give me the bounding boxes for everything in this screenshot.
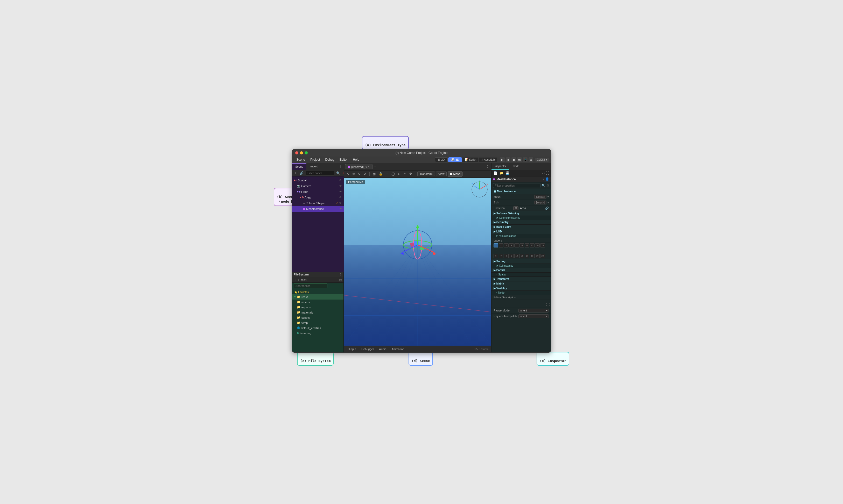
section-visibility[interactable]: ▶ Visibility xyxy=(491,286,551,291)
fs-item-materials[interactable]: 📁 materials xyxy=(292,310,343,315)
layer-18[interactable]: 18 xyxy=(530,254,535,258)
view-menu-btn[interactable]: View xyxy=(436,172,447,176)
section-portals[interactable]: ▶ Portals xyxy=(491,268,551,273)
debug-btn-2[interactable]: 🖥 xyxy=(528,157,533,162)
tab-assetlib[interactable]: ⬇ AssetLib xyxy=(479,158,497,162)
menu-project[interactable]: Project xyxy=(308,157,322,162)
skeleton-link-btn[interactable]: 🔗 xyxy=(545,206,549,210)
minimize-button[interactable] xyxy=(300,151,303,155)
layer-16[interactable]: 16 xyxy=(519,254,524,258)
add-node-btn[interactable]: + xyxy=(294,171,298,176)
light-btn[interactable]: ⊙ xyxy=(397,172,401,176)
scale-tool-btn[interactable]: ⟳ xyxy=(363,172,367,176)
section-baked-light[interactable]: ▶ Baked Light xyxy=(491,225,551,229)
menu-editor[interactable]: Editor xyxy=(338,157,350,162)
move-tool-btn[interactable]: ⊕ xyxy=(351,172,356,176)
step-button[interactable]: ⏭ xyxy=(517,157,522,162)
play-button[interactable]: ▶ xyxy=(500,157,505,162)
expand-viewport-btn[interactable]: ⛶ xyxy=(487,165,490,168)
layer-10[interactable]: 10 xyxy=(514,254,519,258)
layer-1[interactable]: 1 xyxy=(494,243,498,248)
tab-3d[interactable]: 🎲 3D xyxy=(448,157,462,162)
insp-open-btn[interactable]: 📁 xyxy=(499,171,504,176)
snap-btn[interactable]: ⊞ xyxy=(385,172,389,176)
layer-6[interactable]: 6 xyxy=(494,254,498,258)
section-sorting[interactable]: ▶ Sorting xyxy=(491,259,551,264)
section-lod[interactable]: ▶ LOD xyxy=(491,229,551,234)
scene-panel-menu[interactable]: ⋮ xyxy=(338,164,344,168)
section-meshinstance[interactable]: ◼ MeshInstance xyxy=(491,189,551,194)
layer-13[interactable]: 13 xyxy=(530,243,535,248)
audio-tab[interactable]: Audio xyxy=(378,347,387,351)
node-area[interactable]: ▾⊕ Area 👁 xyxy=(292,195,344,200)
layer-dots[interactable]: ··· xyxy=(494,248,498,252)
search-nodes-btn[interactable]: 🔍 xyxy=(335,171,341,176)
grid-btn[interactable]: ▦ xyxy=(372,172,377,176)
extra-btn[interactable]: ✤ xyxy=(408,172,413,176)
section-software-skinning[interactable]: ▶ Software Skinning xyxy=(491,211,551,216)
transform-menu-btn[interactable]: Transform xyxy=(417,172,435,176)
lock-btn[interactable]: 🔒 xyxy=(378,172,384,176)
scene-tab-close-btn[interactable]: ✕ xyxy=(367,165,370,168)
fs-item-assets[interactable]: 📁 assets xyxy=(292,300,343,305)
filter-nodes-input[interactable] xyxy=(306,171,334,176)
node-camera[interactable]: 📷 Camera 👁 xyxy=(292,183,344,189)
menu-scene[interactable]: Scene xyxy=(294,157,307,162)
fs-item-scripts[interactable]: 📁 scripts xyxy=(292,315,343,320)
stop-button[interactable]: ⏹ xyxy=(512,157,516,162)
layer-4[interactable]: 4 xyxy=(509,243,514,248)
layer-5[interactable]: 5 xyxy=(514,243,519,248)
fs-item-temp[interactable]: 📁 temp xyxy=(292,320,343,325)
layer-12[interactable]: 12 xyxy=(525,243,530,248)
skeleton-icon-btn[interactable]: ⊞ xyxy=(513,206,518,210)
layer-7[interactable]: 7 xyxy=(499,254,503,258)
tab-2d[interactable]: 🖥 2D xyxy=(435,157,448,162)
node-mesh-vis[interactable]: 👁 xyxy=(339,207,342,210)
node-meshinstance[interactable]: ◼ MeshInstance 👁 xyxy=(292,206,344,212)
inspector-tab-inspector[interactable]: Inspector xyxy=(491,163,509,170)
layer-15[interactable]: 15 xyxy=(540,243,545,248)
gles-badge[interactable]: GLES3 ▾ xyxy=(535,158,549,162)
fs-menu-btn[interactable]: ⋮ xyxy=(339,273,342,276)
insp-class-dropdown[interactable]: ▾ xyxy=(542,178,544,181)
layer-14[interactable]: 14 xyxy=(535,243,540,248)
menu-help[interactable]: Help xyxy=(351,157,361,162)
insp-filter-input[interactable] xyxy=(493,183,540,188)
fs-layout-btn[interactable]: ▦ xyxy=(339,278,342,282)
mesh-dropdown-btn[interactable]: ▾ xyxy=(548,195,549,198)
add-scene-tab-btn[interactable]: + xyxy=(373,164,377,169)
output-tab[interactable]: Output xyxy=(346,347,357,351)
link-node-btn[interactable]: 🔗 xyxy=(299,171,305,176)
filter-options-icon[interactable]: ⚙ xyxy=(546,184,549,187)
tab-script[interactable]: 📝 Script xyxy=(463,158,478,162)
section-geometry[interactable]: ▶ Geometry xyxy=(491,220,551,225)
node-floor-vis[interactable]: 👁 xyxy=(339,190,342,193)
fx-btn[interactable]: ✦ xyxy=(402,172,407,176)
layer-8[interactable]: 8 xyxy=(504,254,508,258)
layer-19[interactable]: 19 xyxy=(535,254,540,258)
maximize-button[interactable] xyxy=(305,151,308,155)
section-transform[interactable]: ▶ Transform xyxy=(491,277,551,282)
insp-back-btn[interactable]: ‹ xyxy=(542,171,543,175)
insp-expand-btn[interactable]: ⛶ xyxy=(546,171,549,175)
physics-interp-value[interactable]: Inherit ▾ xyxy=(518,314,549,318)
pause-button[interactable]: ⏸ xyxy=(506,157,510,162)
pause-mode-value[interactable]: Inherit ▾ xyxy=(518,309,549,312)
mesh-menu-btn[interactable]: ◼ Mesh xyxy=(448,172,463,177)
close-button[interactable] xyxy=(295,151,298,155)
tab-import[interactable]: Import xyxy=(306,163,321,170)
node-spatial[interactable]: ▾○ Spatial 👁 xyxy=(292,178,344,183)
fs-forward-btn[interactable]: › xyxy=(297,278,300,282)
fs-item-res[interactable]: ▾ 📁 res:// xyxy=(292,294,343,300)
layer-9[interactable]: 9 xyxy=(509,254,514,258)
node-floor[interactable]: ▾◈ Floor 👁 xyxy=(292,189,344,195)
camera-btn[interactable]: ◯ xyxy=(390,172,396,176)
node-collision-vis[interactable]: 👁 xyxy=(339,202,342,204)
fs-item-default-env[interactable]: 🌐 default_env.tres xyxy=(292,325,343,331)
fs-item-icon[interactable]: 🖼 icon.png xyxy=(292,331,343,336)
menu-debug[interactable]: Debug xyxy=(323,157,336,162)
section-matrix[interactable]: ▶ Matrix xyxy=(491,282,551,286)
layer-17[interactable]: 17 xyxy=(525,254,530,258)
tab-scene[interactable]: Scene xyxy=(292,163,306,170)
node-camera-vis[interactable]: 👁 xyxy=(339,184,342,187)
